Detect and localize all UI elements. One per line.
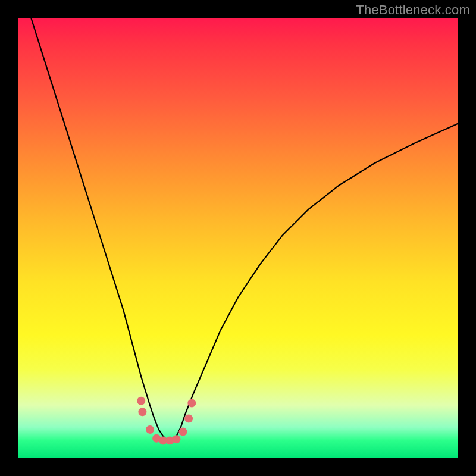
- data-marker: [146, 425, 154, 434]
- curve-layer: [18, 18, 458, 458]
- data-marker: [137, 397, 145, 405]
- data-marker: [138, 408, 146, 416]
- data-marker: [184, 414, 193, 422]
- plot-area: [18, 18, 458, 458]
- chart-frame: TheBottleneck.com: [0, 0, 476, 476]
- data-marker: [179, 428, 187, 436]
- bottleneck-curve: [18, 0, 458, 440]
- data-marker: [187, 399, 196, 408]
- watermark-text: TheBottleneck.com: [356, 2, 470, 18]
- data-marker: [172, 435, 180, 443]
